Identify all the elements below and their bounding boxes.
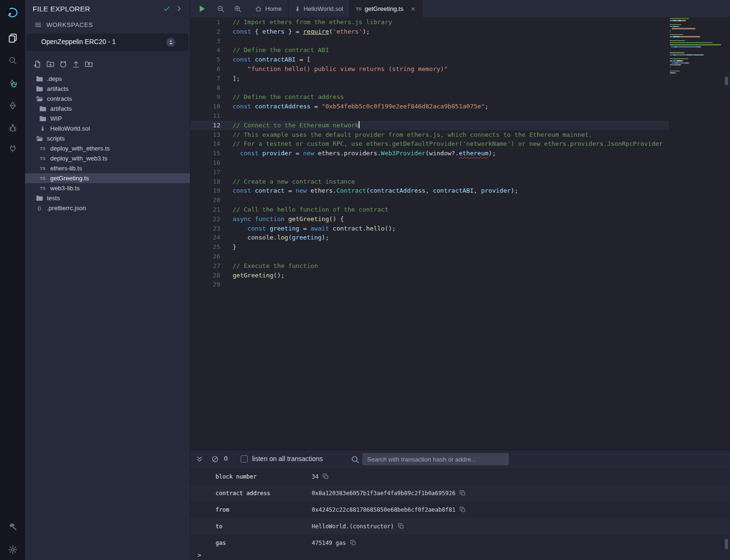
line-number: 7 bbox=[190, 74, 220, 83]
file-tree-item-artifacts[interactable]: artifacts bbox=[25, 84, 190, 94]
file-tree-item-deploy-with-web3-ts[interactable]: TSdeploy_with_web3.ts bbox=[25, 153, 190, 163]
file-tree-item-scripts[interactable]: scripts bbox=[25, 133, 190, 143]
code-line[interactable]: 28getGreeting(); bbox=[190, 271, 669, 280]
code-line[interactable]: 10const contractAddress = "0xb54febb5c0c… bbox=[190, 102, 669, 111]
code-line[interactable]: 23 const greeting = await contract.hello… bbox=[190, 224, 669, 233]
tab-helloworld-sol[interactable]: HelloWorld.sol bbox=[288, 0, 350, 18]
code-line[interactable]: 7]; bbox=[190, 74, 669, 83]
folder-icon bbox=[39, 116, 46, 122]
terminal-input[interactable]: > bbox=[190, 550, 201, 560]
file-tree-item-tests[interactable]: tests bbox=[25, 193, 190, 203]
workspace-select[interactable]: OpenZeppelin ERC20 - 1 bbox=[27, 34, 189, 51]
file-name: .prettierrc.json bbox=[47, 204, 86, 212]
copy-icon[interactable] bbox=[460, 507, 466, 513]
new-file-icon[interactable] bbox=[34, 60, 42, 68]
code-line[interactable]: 21// Call the hello function of the cont… bbox=[190, 205, 669, 214]
settings-gear-icon[interactable] bbox=[8, 545, 18, 554]
upload-file-icon[interactable] bbox=[72, 60, 80, 68]
code-line[interactable]: 19const contract = new ethers.Contract(c… bbox=[190, 186, 669, 196]
code-token bbox=[233, 225, 247, 232]
debugger-icon[interactable] bbox=[8, 124, 17, 133]
github-icon[interactable] bbox=[59, 60, 67, 68]
minimap[interactable] bbox=[670, 18, 726, 450]
copy-icon[interactable] bbox=[323, 473, 329, 480]
workspace-options-icon[interactable] bbox=[166, 38, 175, 47]
line-number: 26 bbox=[190, 252, 220, 261]
tab-getgreeting-ts[interactable]: TSgetGreeting.ts bbox=[350, 0, 423, 18]
code-line[interactable]: 20 bbox=[190, 196, 669, 205]
line-number: 22 bbox=[190, 214, 220, 224]
copy-icon[interactable] bbox=[398, 523, 404, 529]
copy-icon[interactable] bbox=[350, 540, 356, 546]
zoom-out-icon[interactable] bbox=[217, 5, 225, 13]
solidity-compiler-icon[interactable] bbox=[8, 79, 18, 89]
code-line[interactable]: 14// For a testnet or custom RPC, use et… bbox=[190, 139, 669, 149]
code-line[interactable]: 27// Execute the function bbox=[190, 261, 669, 271]
file-tree-item-contracts[interactable]: contracts bbox=[25, 94, 190, 104]
code-token: getGreeting bbox=[288, 215, 329, 222]
code-token: ; bbox=[485, 103, 488, 110]
code-token: console. bbox=[233, 234, 277, 241]
code-token bbox=[259, 150, 262, 157]
tools-icon[interactable] bbox=[8, 522, 17, 531]
remix-logo-icon[interactable] bbox=[5, 5, 21, 19]
terminal-scrollbar-thumb[interactable] bbox=[725, 539, 728, 549]
listen-all-transactions-checkbox[interactable] bbox=[241, 455, 248, 462]
file-tree-item-web3-lib-ts[interactable]: TSweb3-lib.ts bbox=[25, 183, 190, 193]
terminal-search-input[interactable] bbox=[362, 453, 509, 465]
plugin-manager-icon[interactable] bbox=[9, 144, 17, 153]
file-tree-item-artifacts[interactable]: artifacts bbox=[25, 104, 190, 114]
code-line[interactable]: 2const { ethers } = require('ethers'); bbox=[190, 27, 669, 36]
deploy-and-run-icon[interactable] bbox=[9, 101, 17, 110]
run-script-button[interactable] bbox=[198, 5, 206, 13]
clear-console-icon[interactable] bbox=[211, 455, 219, 463]
code-line[interactable]: 9// Define the contract address bbox=[190, 92, 669, 102]
close-icon[interactable] bbox=[410, 6, 416, 12]
code-line[interactable]: 22async function getGreeting() { bbox=[190, 214, 669, 224]
code-line[interactable]: 25} bbox=[190, 242, 669, 252]
zoom-in-icon[interactable] bbox=[234, 5, 242, 13]
code-token: async bbox=[233, 215, 251, 222]
file-explorer-panel: FILE EXPLORER WORKSPACES OpenZeppelin ER… bbox=[25, 0, 190, 560]
file-tree-item-getgreeting-ts[interactable]: TSgetGreeting.ts bbox=[25, 173, 190, 183]
code-line[interactable]: 17 bbox=[190, 168, 669, 177]
code-line[interactable]: 18// Create a new contract instance bbox=[190, 177, 669, 187]
file-tree-item--deps[interactable]: .deps bbox=[25, 74, 190, 84]
upload-folder-icon[interactable] bbox=[85, 60, 93, 68]
code-line[interactable]: 1// Import ethers from the ethers.js lib… bbox=[190, 18, 669, 27]
file-explorer-icon[interactable] bbox=[8, 33, 18, 43]
code-line[interactable]: 26 bbox=[190, 252, 669, 261]
editor-scrollbar-thumb[interactable] bbox=[725, 77, 728, 85]
check-icon[interactable] bbox=[163, 5, 171, 12]
code-line[interactable]: 5const contractABI = [ bbox=[190, 55, 669, 64]
line-number: 27 bbox=[190, 261, 220, 271]
file-tree-item--prettierrc-json[interactable]: {}.prettierrc.json bbox=[25, 203, 190, 213]
code-line[interactable]: 4// Define the contract ABI bbox=[190, 45, 669, 55]
code-line[interactable]: 6 "function hello() public view returns … bbox=[190, 64, 669, 74]
collapse-terminal-icon[interactable] bbox=[196, 455, 203, 463]
menu-icon[interactable] bbox=[35, 21, 42, 28]
new-folder-icon[interactable] bbox=[46, 60, 54, 68]
code-line[interactable]: 16 bbox=[190, 158, 669, 168]
code-line[interactable]: 15 const provider = new ethers.providers… bbox=[190, 149, 669, 158]
code-token: require bbox=[303, 28, 329, 35]
code-line[interactable]: 8 bbox=[190, 83, 669, 93]
detail-label: from bbox=[216, 507, 312, 513]
chevron-right-icon[interactable] bbox=[175, 5, 183, 12]
line-number: 25 bbox=[190, 242, 220, 252]
code-editor[interactable]: 1// Import ethers from the ethers.js lib… bbox=[190, 18, 730, 450]
file-tree-item-helloworld-sol[interactable]: HelloWorld.sol bbox=[25, 124, 190, 133]
code-line[interactable]: 24 console.log(greeting); bbox=[190, 233, 669, 242]
tab-home[interactable]: Home bbox=[249, 0, 288, 18]
copy-icon[interactable] bbox=[460, 490, 466, 496]
code-line[interactable]: 29 bbox=[190, 280, 669, 289]
code-line[interactable]: 3 bbox=[190, 36, 669, 46]
code-line[interactable]: 13// This example uses the default provi… bbox=[190, 130, 669, 140]
file-tree-item-deploy-with-ethers-ts[interactable]: TSdeploy_with_ethers.ts bbox=[25, 143, 190, 153]
code-token: "function hello() public view returns (s… bbox=[247, 65, 448, 72]
code-line[interactable]: 11 bbox=[190, 111, 669, 121]
search-icon[interactable] bbox=[9, 56, 17, 65]
file-tree-item-wip[interactable]: WIP bbox=[25, 114, 190, 124]
file-tree-item-ethers-lib-ts[interactable]: TSethers-lib.ts bbox=[25, 163, 190, 173]
code-line[interactable]: 12// Connect to the Ethereum network bbox=[190, 121, 669, 130]
